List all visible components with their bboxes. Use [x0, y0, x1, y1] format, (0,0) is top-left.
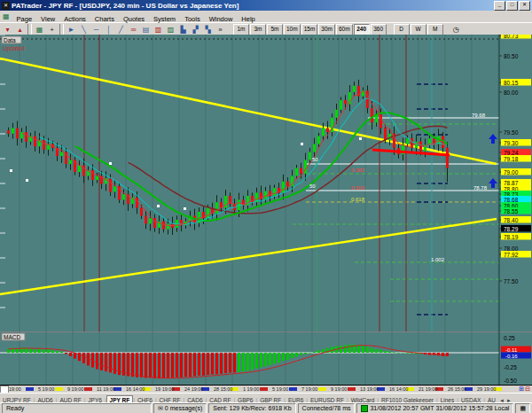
grid-study-icon[interactable]: ▤	[140, 24, 152, 35]
time-tick-label: 21 19:00	[419, 386, 437, 392]
period-d[interactable]: D	[394, 24, 410, 35]
timeframe-buttons: 1m3m5m10m15m30m60m240360	[233, 24, 387, 35]
svg-text:0.500: 0.500	[351, 185, 365, 191]
candle-chart-icon[interactable]: ▨	[165, 24, 176, 35]
timeframe-3m[interactable]: 3m	[250, 24, 266, 35]
time-tick-label: 13 19:00	[360, 386, 379, 392]
svg-text:79.68: 79.68	[472, 113, 486, 118]
chart-status-label: Updated	[3, 45, 25, 52]
svg-text:78.78: 78.78	[473, 185, 488, 191]
sell-price-icon[interactable]: ▾	[2, 24, 13, 35]
time-tick-label: 9 19:00	[331, 386, 347, 392]
timeframe-5m[interactable]: 5m	[267, 24, 283, 35]
more-tools-icon[interactable]: »	[215, 24, 226, 35]
price-chart[interactable]: 500.382500.5000.6181.00278.7879.6880.738…	[0, 35, 532, 331]
timeframe-1m[interactable]: 1m	[233, 24, 249, 35]
time-tick-label: 5 19:00	[272, 386, 288, 392]
timeframe-30m[interactable]: 30m	[318, 24, 335, 35]
svg-text:78.55: 78.55	[504, 208, 519, 214]
channel-tool-icon[interactable]: ╱	[115, 24, 127, 35]
time-tick-label: 9 19:00	[67, 386, 83, 392]
app-window: ✕ PATrader - JPY RF - [USDJPY, 240 min -…	[0, 0, 532, 413]
status-messages: ✉ 0 message(s)	[153, 403, 207, 413]
svg-text:-0.11: -0.11	[505, 347, 518, 353]
timeframe-60m[interactable]: 60m	[336, 24, 353, 35]
svg-text:78.19: 78.19	[504, 234, 519, 240]
svg-text:79.50: 79.50	[504, 129, 519, 136]
status-clock: 31/08/2012 20:57 GMT 31/08/2012 15:57:28…	[356, 403, 513, 413]
clock-icon[interactable]: ◷	[450, 24, 462, 35]
vertical-line-tool-icon[interactable]: │	[103, 24, 114, 35]
period-m[interactable]: M	[427, 24, 443, 35]
session-block	[348, 387, 356, 391]
status-ready: Ready	[2, 403, 152, 413]
svg-text:79.00: 79.00	[504, 169, 519, 175]
status-bar: Ready ✉ 0 message(s) Sent: 129 Kb/Recv: …	[0, 402, 532, 413]
menu-bar: ▦ PageViewActionsChartsQuotesSystemTools…	[0, 11, 532, 23]
pointer-tool-icon[interactable]: ►	[66, 24, 77, 35]
svg-text:77.92: 77.92	[504, 252, 519, 258]
session-block	[289, 387, 297, 391]
svg-text:78.87: 78.87	[504, 180, 519, 186]
svg-text:0.618: 0.618	[351, 197, 365, 202]
toolbar-icons: ▾▴▦+►╲─│╱═▤▥▨▙▞▚»	[2, 24, 226, 35]
crosshair-icon[interactable]: +	[46, 24, 58, 35]
session-block	[55, 387, 63, 391]
time-tick-label: 1 19:00	[243, 386, 259, 392]
svg-text:77.50: 77.50	[504, 278, 519, 284]
menu-items: PageViewActionsChartsQuotesSystemToolsWi…	[12, 9, 260, 25]
time-tick-label: 24 19:00	[184, 386, 203, 392]
connection-indicator	[361, 405, 368, 412]
chart-data-badge: Data	[4, 37, 16, 43]
menu-charts[interactable]: Charts	[90, 14, 119, 24]
svg-text:79.18: 79.18	[504, 156, 519, 162]
svg-text:-0.16: -0.16	[505, 354, 518, 359]
menu-tools[interactable]: Tools	[180, 14, 205, 24]
svg-text:79.30: 79.30	[504, 140, 519, 146]
timeframe-240[interactable]: 240	[354, 24, 370, 35]
indicator-icon[interactable]: ▚	[202, 24, 214, 35]
gmt-time: 31/08/2012 20:57 GMT	[370, 404, 434, 412]
period-w[interactable]: W	[411, 24, 426, 35]
trendline-tool-icon[interactable]: ╲	[78, 24, 90, 35]
fibonacci-tool-icon[interactable]: ═	[128, 24, 139, 35]
time-tick-label: 19 19:00	[155, 386, 174, 392]
time-tick-label: 11 19:00	[97, 386, 115, 392]
svg-text:78.40: 78.40	[504, 217, 519, 223]
message-count: 0 message(s)	[165, 404, 202, 412]
session-block	[318, 387, 326, 391]
menu-actions[interactable]: Actions	[59, 14, 90, 24]
menu-quotes[interactable]: Quotes	[119, 14, 149, 24]
menu-system[interactable]: System	[149, 14, 180, 24]
time-axis-buttons: ⊞⊟	[519, 386, 530, 393]
svg-text:50: 50	[309, 183, 316, 189]
horizontal-line-tool-icon[interactable]: ─	[90, 24, 102, 35]
area-chart-icon[interactable]: ▙	[177, 24, 189, 35]
close-button[interactable]: ✕	[519, 1, 530, 11]
session-block	[260, 387, 268, 391]
svg-text:78.00: 78.00	[504, 245, 519, 252]
bar-chart-icon[interactable]: ▥	[153, 24, 164, 35]
buy-price-icon[interactable]: ▴	[14, 24, 26, 35]
maximize-button[interactable]: □	[506, 1, 518, 11]
shrink-scale-button[interactable]: ⊟	[525, 386, 530, 393]
timeframe-15m[interactable]: 15m	[301, 24, 318, 35]
macd-indicator-panel[interactable]: 0.25-0.25-0.50-0.11-0.16MACD	[0, 331, 532, 385]
svg-text:80.73: 80.73	[504, 35, 519, 39]
menu-page[interactable]: Page	[12, 14, 37, 24]
menu-window[interactable]: Window	[205, 14, 238, 24]
time-tick-label: 7 19:00	[301, 386, 317, 392]
timeframe-360[interactable]: 360	[371, 24, 387, 35]
expand-scale-button[interactable]: ⊞	[519, 386, 524, 393]
svg-text:-0.50: -0.50	[504, 378, 517, 384]
svg-text:80.50: 80.50	[504, 53, 519, 59]
chart-gallery-icon[interactable]: ▦	[34, 24, 45, 35]
svg-text:-0.25: -0.25	[504, 364, 517, 370]
timeframe-10m[interactable]: 10m	[284, 24, 301, 35]
time-tick-label: 16 14:00	[389, 386, 408, 392]
svg-text:0.382: 0.382	[351, 168, 365, 173]
menu-view[interactable]: View	[36, 14, 59, 24]
minimize-button[interactable]: _	[494, 1, 505, 11]
pattern-tool-icon[interactable]: ▞	[190, 24, 201, 35]
menu-help[interactable]: Help	[237, 14, 259, 24]
